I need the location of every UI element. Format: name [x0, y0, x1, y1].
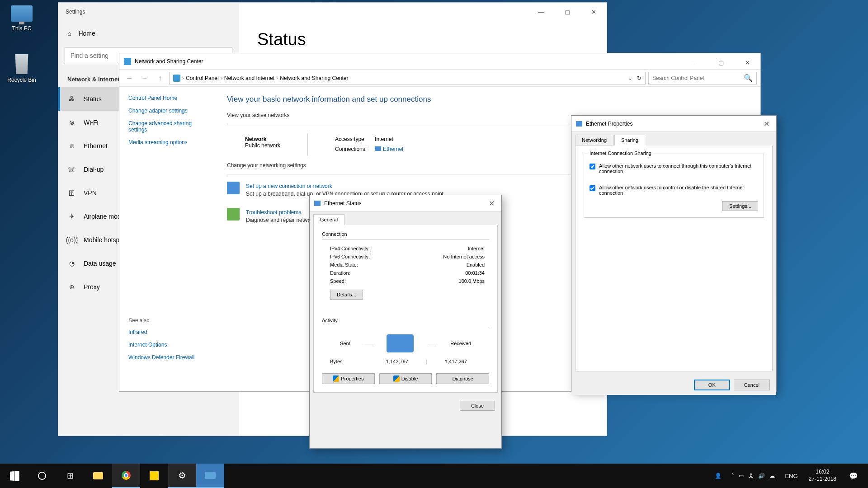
setup-icon — [227, 182, 240, 194]
network-activity-icon — [387, 334, 414, 352]
bytes-label: Bytes: — [330, 359, 372, 364]
received-label: Received — [450, 341, 471, 346]
change-adapter-link[interactable]: Change adapter settings — [128, 108, 205, 114]
clock-time: 16:02 — [809, 469, 836, 476]
breadcrumb-item[interactable]: Network and Internet — [224, 75, 274, 81]
activity-label: Activity — [322, 318, 489, 323]
sticky-notes-button[interactable] — [140, 464, 168, 488]
settings-home[interactable]: ⌂ Home — [58, 24, 239, 42]
breadcrumb[interactable]: › Control Panel › Network and Internet ›… — [169, 72, 646, 84]
ics-settings-button[interactable]: Settings... — [722, 201, 758, 211]
refresh-icon[interactable]: ↻ — [637, 75, 642, 81]
cp-sidebar: Control Panel Home Change adapter settin… — [119, 87, 214, 391]
access-type-label: Access type: — [335, 136, 367, 143]
language-indicator[interactable]: ENG — [780, 473, 802, 479]
troubleshoot-link[interactable]: Troubleshoot problems — [246, 209, 301, 216]
allow-connect-input[interactable] — [590, 164, 595, 169]
close-button[interactable]: ✕ — [485, 199, 498, 208]
cp-search-input[interactable] — [652, 75, 744, 81]
access-type-value: Internet — [375, 136, 403, 143]
speed-value: 100.0 Mbps — [459, 278, 485, 284]
ipv6-value: No Internet access — [443, 254, 485, 259]
battery-icon[interactable]: ▭ — [739, 473, 744, 479]
details-button[interactable]: Details... — [330, 290, 363, 300]
clock-date: 27-11-2018 — [809, 476, 836, 483]
search-icon[interactable]: 🔍 — [744, 74, 753, 82]
taskview-button[interactable]: ⊞ — [56, 464, 84, 488]
cp-titlebar[interactable]: Network and Sharing Center — ▢ ✕ — [119, 53, 760, 70]
allow-control-input[interactable] — [590, 185, 595, 191]
shield-icon — [393, 375, 400, 382]
connection-label: Connection — [322, 231, 489, 237]
advanced-sharing-link[interactable]: Change advanced sharing settings — [128, 120, 205, 133]
wifi-icon: ⊚ — [67, 118, 76, 127]
control-panel-taskbar-button[interactable] — [196, 464, 224, 488]
firewall-link[interactable]: Windows Defender Firewall — [128, 354, 205, 361]
maximize-button[interactable]: ▢ — [554, 3, 580, 21]
tab-general[interactable]: General — [313, 214, 344, 225]
connections-label: Connections: — [335, 146, 367, 153]
infrared-link[interactable]: Infrared — [128, 329, 205, 335]
media-streaming-link[interactable]: Media streaming options — [128, 139, 205, 145]
sidebar-item-label: Ethernet — [84, 142, 108, 150]
minimize-button[interactable]: — — [528, 3, 554, 21]
ethernet-icon — [375, 146, 381, 151]
network-name: Network — [245, 136, 280, 142]
setup-connection-link[interactable]: Set up a new connection or network — [246, 183, 332, 189]
sent-label: Sent — [340, 341, 350, 346]
troubleshoot-icon — [227, 208, 240, 221]
chrome-button[interactable] — [112, 464, 140, 488]
close-button[interactable]: ✕ — [760, 119, 773, 128]
up-button[interactable]: ↑ — [154, 72, 166, 84]
allow-connect-checkbox[interactable]: Allow other network users to connect thr… — [590, 163, 758, 174]
people-button[interactable]: 👤 — [710, 473, 726, 479]
status-icon: 🖧 — [67, 94, 76, 103]
maximize-button[interactable]: ▢ — [708, 53, 734, 71]
close-button[interactable]: ✕ — [734, 53, 760, 71]
back-button[interactable]: ← — [123, 72, 136, 84]
sidebar-item-label: Dial-up — [84, 166, 104, 173]
clock[interactable]: 16:02 27-11-2018 — [803, 469, 842, 483]
action-center-button[interactable]: 💬 — [843, 464, 864, 488]
settings-taskbar-button[interactable]: ⚙ — [168, 464, 196, 488]
desktop-icon-this-pc[interactable]: This PC — [5, 5, 39, 32]
start-button[interactable] — [0, 464, 28, 488]
volume-icon[interactable]: 🔊 — [758, 473, 765, 479]
cp-home-link[interactable]: Control Panel Home — [128, 95, 205, 101]
file-explorer-button[interactable] — [84, 464, 112, 488]
minimize-button[interactable]: — — [682, 53, 708, 71]
network-tray-icon[interactable]: 🖧 — [748, 473, 754, 479]
cancel-button[interactable]: Cancel — [734, 380, 770, 390]
ethernet-icon — [576, 121, 582, 127]
network-icon — [173, 75, 180, 82]
internet-options-link[interactable]: Internet Options — [128, 342, 205, 348]
breadcrumb-item[interactable]: Network and Sharing Center — [280, 75, 348, 81]
dlg-titlebar[interactable]: Ethernet Status ✕ — [310, 195, 501, 211]
onedrive-icon[interactable]: ☁ — [769, 473, 775, 479]
ok-button[interactable]: OK — [694, 380, 730, 390]
forward-button[interactable]: → — [138, 72, 151, 84]
bin-icon — [14, 54, 30, 74]
bytes-sent: 1,143,797 — [372, 359, 422, 364]
disable-button[interactable]: Disable — [379, 373, 432, 384]
allow-control-checkbox[interactable]: Allow other network users to control or … — [590, 185, 758, 196]
dlg-titlebar[interactable]: Ethernet Properties ✕ — [571, 116, 776, 132]
cortana-button[interactable] — [28, 464, 56, 488]
tab-sharing[interactable]: Sharing — [614, 135, 645, 145]
windows-logo-icon — [9, 471, 19, 481]
close-button[interactable]: ✕ — [580, 3, 607, 21]
sidebar-item-label: Proxy — [84, 283, 100, 291]
close-dialog-button[interactable]: Close — [460, 401, 495, 411]
settings-titlebar[interactable]: Settings — ▢ ✕ — [58, 3, 607, 21]
tab-networking[interactable]: Networking — [575, 135, 613, 145]
properties-button[interactable]: Properties — [322, 373, 375, 384]
chevron-down-icon[interactable]: ⌄ — [628, 75, 632, 81]
diagnose-button[interactable]: Diagnose — [436, 373, 489, 384]
tray-chevron-icon[interactable]: ˄ — [731, 473, 734, 479]
ics-fieldset: Internet Connection Sharing Allow other … — [584, 154, 764, 218]
breadcrumb-item[interactable]: Control Panel — [186, 75, 219, 81]
desktop-icon-recycle-bin[interactable]: Recycle Bin — [5, 54, 39, 83]
ethernet-link[interactable]: Ethernet — [383, 146, 403, 152]
cp-heading: View your basic network information and … — [227, 95, 748, 104]
cp-search[interactable]: 🔍 — [648, 72, 757, 84]
